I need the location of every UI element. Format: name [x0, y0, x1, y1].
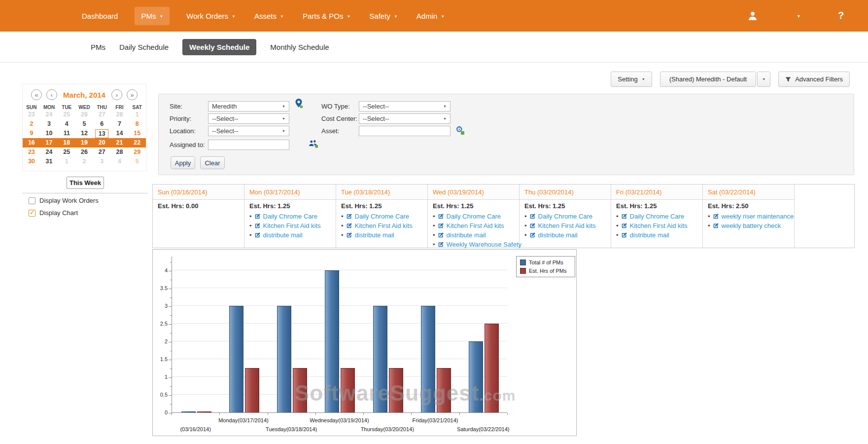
calendar-day[interactable]: 18	[58, 138, 75, 148]
user-account-icon[interactable]	[747, 10, 758, 23]
pm-link[interactable]: distribute mail	[538, 231, 578, 239]
assign-users-icon[interactable]	[309, 140, 318, 148]
calendar-day[interactable]: 7	[111, 119, 129, 129]
calendar-day[interactable]: 25	[58, 110, 75, 119]
tab-monthly-schedule[interactable]: Monthly Schedule	[270, 43, 329, 51]
calendar-day[interactable]: 4	[58, 119, 75, 129]
help-icon[interactable]: ?	[838, 10, 844, 21]
tab-daily-schedule[interactable]: Daily Schedule	[119, 43, 169, 51]
edit-icon[interactable]	[346, 222, 352, 229]
pm-link[interactable]: weekly battery check	[722, 222, 781, 229]
edit-icon[interactable]	[254, 232, 261, 238]
calendar-day[interactable]: 11	[58, 129, 75, 138]
tab-pms[interactable]: PMs	[91, 43, 105, 51]
calendar-day[interactable]: 1	[128, 110, 146, 119]
calendar-day[interactable]: 27	[93, 148, 111, 157]
tab-weekly-schedule[interactable]: Weekly Schedule	[182, 39, 256, 55]
priority-select[interactable]: --Select--▼	[208, 113, 289, 124]
pm-link[interactable]: distribute mail	[630, 231, 669, 239]
prev-month-icon[interactable]: ‹	[46, 89, 57, 100]
calendar-day[interactable]: 25	[58, 148, 75, 157]
edit-icon[interactable]	[346, 213, 352, 220]
calendar-day[interactable]: 24	[40, 148, 58, 157]
calendar-day[interactable]: 14	[111, 129, 129, 138]
nav-admin[interactable]: Admin▼	[415, 7, 447, 25]
nav-assets[interactable]: Assets▼	[252, 7, 286, 25]
pm-link[interactable]: Weekly Warehouse Safety	[447, 241, 521, 248]
pm-link[interactable]: Kitchen First Aid kits	[538, 222, 596, 229]
edit-icon[interactable]	[713, 222, 719, 229]
edit-icon[interactable]	[529, 213, 536, 220]
pm-link[interactable]: weekly riser maintenance	[722, 213, 794, 220]
calendar-day[interactable]: 3	[93, 157, 111, 166]
calendar-day[interactable]: 3	[40, 119, 58, 129]
setting-button[interactable]: Setting ▼	[611, 72, 652, 87]
apply-button[interactable]: Apply	[171, 156, 195, 169]
calendar-day[interactable]: 28	[111, 148, 129, 157]
site-select[interactable]: Meredith▼	[208, 101, 289, 111]
prev-year-icon[interactable]: «	[31, 89, 42, 100]
this-week-button[interactable]: This Week	[67, 177, 104, 189]
wo-type-select[interactable]: --Select--▼	[359, 101, 451, 111]
cost-center-select[interactable]: --Select--▼	[359, 113, 451, 124]
pm-link[interactable]: distribute mail	[263, 231, 303, 239]
calendar-day[interactable]: 29	[128, 148, 146, 157]
pm-link[interactable]: Daily Chrome Care	[263, 213, 318, 220]
calendar-day[interactable]: 20	[93, 138, 111, 148]
calendar-day[interactable]: 5	[75, 119, 93, 129]
pm-link[interactable]: Kitchen First Aid kits	[630, 222, 688, 229]
calendar-day[interactable]: 12	[75, 129, 93, 138]
edit-icon[interactable]	[438, 232, 444, 238]
display-chart-checkbox[interactable]	[29, 210, 35, 217]
calendar-day[interactable]: 21	[111, 138, 129, 148]
pm-link[interactable]: Daily Chrome Care	[630, 213, 685, 220]
edit-icon[interactable]	[438, 241, 444, 248]
calendar-day[interactable]: 26	[75, 110, 93, 119]
calendar-day[interactable]: 8	[128, 119, 146, 129]
nav-dashboard[interactable]: Dashboard	[80, 7, 120, 25]
advanced-filters-button[interactable]: Advanced Filters	[778, 72, 850, 87]
edit-icon[interactable]	[438, 213, 444, 220]
location-select[interactable]: --Select--▼	[208, 126, 289, 136]
site-map-pin-icon[interactable]	[295, 99, 303, 108]
pm-link[interactable]: Kitchen First Aid kits	[447, 222, 504, 229]
pm-link[interactable]: Daily Chrome Care	[355, 213, 410, 220]
pm-link[interactable]: distribute mail	[447, 231, 486, 239]
pm-link[interactable]: Daily Chrome Care	[447, 213, 501, 220]
nav-parts-pos[interactable]: Parts & POs▼	[301, 7, 352, 25]
calendar-day[interactable]: 16	[23, 138, 40, 148]
nav-work-orders[interactable]: Work Orders▼	[184, 7, 238, 25]
calendar-day[interactable]: 5	[128, 157, 146, 166]
pm-link[interactable]: distribute mail	[355, 231, 394, 239]
calendar-day-today[interactable]: 13	[95, 129, 108, 138]
calendar-day[interactable]: 17	[40, 138, 58, 148]
chevron-down-icon[interactable]: ▼	[797, 14, 801, 19]
calendar-day[interactable]: 23	[23, 148, 40, 157]
edit-icon[interactable]	[529, 232, 536, 238]
next-year-icon[interactable]: »	[127, 89, 138, 100]
calendar-day[interactable]: 28	[111, 110, 129, 119]
pm-link[interactable]: Kitchen First Aid kits	[263, 222, 321, 229]
edit-icon[interactable]	[346, 232, 352, 238]
display-work-orders-checkbox[interactable]	[29, 197, 35, 204]
calendar-day[interactable]: 23	[23, 110, 40, 119]
calendar-day[interactable]: 31	[40, 157, 58, 166]
pm-link[interactable]: Kitchen First Aid kits	[355, 222, 413, 229]
assigned-to-input[interactable]	[208, 140, 289, 150]
calendar-day[interactable]: 10	[40, 129, 58, 138]
calendar-day[interactable]: 2	[23, 119, 40, 129]
edit-icon[interactable]	[621, 232, 627, 238]
edit-icon[interactable]	[254, 222, 261, 229]
edit-icon[interactable]	[621, 213, 627, 220]
edit-icon[interactable]	[621, 222, 627, 229]
edit-icon[interactable]	[529, 222, 536, 229]
calendar-day[interactable]: 30	[23, 157, 40, 166]
calendar-day[interactable]: 2	[75, 157, 93, 166]
clear-button[interactable]: Clear	[200, 156, 225, 169]
nav-pms[interactable]: PMs▼	[135, 7, 170, 25]
edit-icon[interactable]	[438, 222, 444, 229]
edit-icon[interactable]	[254, 213, 261, 220]
calendar-day[interactable]: 19	[75, 138, 93, 148]
edit-icon[interactable]	[713, 213, 719, 220]
calendar-day[interactable]: 15	[128, 129, 146, 138]
